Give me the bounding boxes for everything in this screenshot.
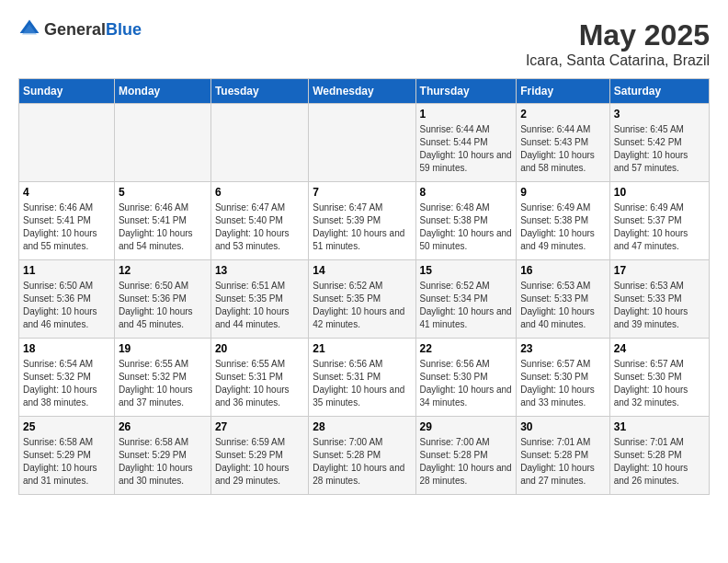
calendar-day-cell: 7Sunrise: 6:47 AM Sunset: 5:39 PM Daylig… — [309, 182, 415, 260]
day-number: 29 — [420, 420, 513, 433]
calendar-body: 1Sunrise: 6:44 AM Sunset: 5:44 PM Daylig… — [19, 104, 710, 495]
day-info: Sunrise: 6:58 AM Sunset: 5:29 PM Dayligh… — [119, 436, 207, 488]
day-info: Sunrise: 6:52 AM Sunset: 5:34 PM Dayligh… — [420, 280, 513, 331]
header-wednesday: Wednesday — [309, 79, 415, 104]
day-info: Sunrise: 6:46 AM Sunset: 5:41 PM Dayligh… — [23, 201, 110, 253]
day-number: 16 — [520, 264, 606, 277]
day-info: Sunrise: 6:56 AM Sunset: 5:30 PM Dayligh… — [420, 358, 513, 409]
day-info: Sunrise: 6:47 AM Sunset: 5:40 PM Dayligh… — [215, 201, 304, 253]
day-number: 9 — [520, 186, 606, 199]
header-saturday: Saturday — [609, 79, 709, 104]
day-info: Sunrise: 6:52 AM Sunset: 5:35 PM Dayligh… — [313, 280, 411, 331]
day-info: Sunrise: 6:45 AM Sunset: 5:42 PM Dayligh… — [614, 123, 705, 175]
day-number: 24 — [614, 342, 705, 355]
day-number: 14 — [313, 264, 411, 277]
day-info: Sunrise: 7:01 AM Sunset: 5:28 PM Dayligh… — [614, 436, 705, 488]
day-number: 21 — [313, 342, 411, 355]
header: GeneralBlue May 2025 Icara, Santa Catari… — [18, 18, 710, 69]
day-info: Sunrise: 6:53 AM Sunset: 5:33 PM Dayligh… — [614, 280, 705, 331]
calendar-day-cell: 21Sunrise: 6:56 AM Sunset: 5:31 PM Dayli… — [309, 339, 415, 417]
day-info: Sunrise: 6:44 AM Sunset: 5:43 PM Dayligh… — [520, 123, 606, 175]
calendar-day-cell: 4Sunrise: 6:46 AM Sunset: 5:41 PM Daylig… — [19, 182, 115, 260]
calendar-day-cell: 10Sunrise: 6:49 AM Sunset: 5:37 PM Dayli… — [609, 182, 709, 260]
header-thursday: Thursday — [415, 79, 517, 104]
day-info: Sunrise: 6:46 AM Sunset: 5:41 PM Dayligh… — [119, 201, 207, 253]
day-number: 27 — [215, 420, 304, 433]
calendar-day-cell: 19Sunrise: 6:55 AM Sunset: 5:32 PM Dayli… — [114, 339, 210, 417]
calendar-day-cell: 16Sunrise: 6:53 AM Sunset: 5:33 PM Dayli… — [517, 260, 610, 339]
calendar-day-cell: 14Sunrise: 6:52 AM Sunset: 5:35 PM Dayli… — [309, 260, 415, 339]
day-number: 7 — [313, 186, 411, 199]
calendar-day-cell: 28Sunrise: 7:00 AM Sunset: 5:28 PM Dayli… — [309, 417, 415, 495]
day-info: Sunrise: 6:54 AM Sunset: 5:32 PM Dayligh… — [23, 358, 110, 409]
header-row: SundayMondayTuesdayWednesdayThursdayFrid… — [19, 79, 710, 104]
day-number: 13 — [215, 264, 304, 277]
calendar-day-cell: 24Sunrise: 6:57 AM Sunset: 5:30 PM Dayli… — [609, 339, 709, 417]
day-number: 19 — [119, 342, 207, 355]
day-number: 12 — [119, 264, 207, 277]
day-number: 18 — [23, 342, 110, 355]
calendar-day-cell: 11Sunrise: 6:50 AM Sunset: 5:36 PM Dayli… — [19, 260, 115, 339]
day-info: Sunrise: 6:59 AM Sunset: 5:29 PM Dayligh… — [215, 436, 304, 488]
day-info: Sunrise: 7:01 AM Sunset: 5:28 PM Dayligh… — [520, 436, 606, 488]
calendar-day-cell: 1Sunrise: 6:44 AM Sunset: 5:44 PM Daylig… — [415, 104, 517, 182]
calendar-day-cell: 8Sunrise: 6:48 AM Sunset: 5:38 PM Daylig… — [415, 182, 517, 260]
calendar-day-cell: 20Sunrise: 6:55 AM Sunset: 5:31 PM Dayli… — [210, 339, 308, 417]
calendar-day-cell: 17Sunrise: 6:53 AM Sunset: 5:33 PM Dayli… — [609, 260, 709, 339]
day-info: Sunrise: 6:49 AM Sunset: 5:37 PM Dayligh… — [614, 201, 705, 253]
calendar-day-cell: 27Sunrise: 6:59 AM Sunset: 5:29 PM Dayli… — [210, 417, 308, 495]
day-number: 25 — [23, 420, 110, 433]
header-monday: Monday — [114, 79, 210, 104]
calendar-day-cell: 22Sunrise: 6:56 AM Sunset: 5:30 PM Dayli… — [415, 339, 517, 417]
day-number: 3 — [614, 108, 705, 121]
day-info: Sunrise: 6:44 AM Sunset: 5:44 PM Dayligh… — [420, 123, 513, 175]
day-number: 10 — [614, 186, 705, 199]
logo: GeneralBlue — [18, 18, 142, 40]
calendar-day-cell — [19, 104, 115, 182]
calendar-day-cell: 5Sunrise: 6:46 AM Sunset: 5:41 PM Daylig… — [114, 182, 210, 260]
calendar-day-cell: 29Sunrise: 7:00 AM Sunset: 5:28 PM Dayli… — [415, 417, 517, 495]
day-number: 6 — [215, 186, 304, 199]
calendar-week-row: 11Sunrise: 6:50 AM Sunset: 5:36 PM Dayli… — [19, 260, 710, 339]
day-info: Sunrise: 6:57 AM Sunset: 5:30 PM Dayligh… — [520, 358, 606, 409]
logo-general: General — [44, 20, 106, 39]
day-number: 31 — [614, 420, 705, 433]
calendar-day-cell — [114, 104, 210, 182]
main-title: May 2025 — [526, 18, 710, 52]
calendar-day-cell: 2Sunrise: 6:44 AM Sunset: 5:43 PM Daylig… — [517, 104, 610, 182]
calendar-day-cell: 3Sunrise: 6:45 AM Sunset: 5:42 PM Daylig… — [609, 104, 709, 182]
day-number: 20 — [215, 342, 304, 355]
calendar-day-cell: 13Sunrise: 6:51 AM Sunset: 5:35 PM Dayli… — [210, 260, 308, 339]
day-info: Sunrise: 6:51 AM Sunset: 5:35 PM Dayligh… — [215, 280, 304, 331]
day-info: Sunrise: 6:58 AM Sunset: 5:29 PM Dayligh… — [23, 436, 110, 488]
calendar-day-cell: 30Sunrise: 7:01 AM Sunset: 5:28 PM Dayli… — [517, 417, 610, 495]
day-number: 30 — [520, 420, 606, 433]
day-info: Sunrise: 6:47 AM Sunset: 5:39 PM Dayligh… — [313, 201, 411, 253]
calendar-day-cell — [210, 104, 308, 182]
day-info: Sunrise: 6:53 AM Sunset: 5:33 PM Dayligh… — [520, 280, 606, 331]
calendar-day-cell: 23Sunrise: 6:57 AM Sunset: 5:30 PM Dayli… — [517, 339, 610, 417]
day-number: 11 — [23, 264, 110, 277]
logo-icon — [18, 18, 40, 40]
calendar-day-cell: 15Sunrise: 6:52 AM Sunset: 5:34 PM Dayli… — [415, 260, 517, 339]
calendar-week-row: 4Sunrise: 6:46 AM Sunset: 5:41 PM Daylig… — [19, 182, 710, 260]
calendar-day-cell: 6Sunrise: 6:47 AM Sunset: 5:40 PM Daylig… — [210, 182, 308, 260]
calendar-table: SundayMondayTuesdayWednesdayThursdayFrid… — [18, 78, 710, 495]
day-number: 8 — [420, 186, 513, 199]
day-number: 22 — [420, 342, 513, 355]
day-info: Sunrise: 6:50 AM Sunset: 5:36 PM Dayligh… — [119, 280, 207, 331]
calendar-week-row: 1Sunrise: 6:44 AM Sunset: 5:44 PM Daylig… — [19, 104, 710, 182]
calendar-week-row: 25Sunrise: 6:58 AM Sunset: 5:29 PM Dayli… — [19, 417, 710, 495]
day-number: 2 — [520, 108, 606, 121]
day-info: Sunrise: 6:57 AM Sunset: 5:30 PM Dayligh… — [614, 358, 705, 409]
calendar-day-cell: 25Sunrise: 6:58 AM Sunset: 5:29 PM Dayli… — [19, 417, 115, 495]
subtitle: Icara, Santa Catarina, Brazil — [526, 52, 710, 69]
day-info: Sunrise: 6:56 AM Sunset: 5:31 PM Dayligh… — [313, 358, 411, 409]
day-info: Sunrise: 6:50 AM Sunset: 5:36 PM Dayligh… — [23, 280, 110, 331]
day-number: 17 — [614, 264, 705, 277]
calendar-week-row: 18Sunrise: 6:54 AM Sunset: 5:32 PM Dayli… — [19, 339, 710, 417]
calendar-day-cell — [309, 104, 415, 182]
calendar-header: SundayMondayTuesdayWednesdayThursdayFrid… — [19, 79, 710, 104]
day-number: 4 — [23, 186, 110, 199]
title-area: May 2025 Icara, Santa Catarina, Brazil — [526, 18, 710, 69]
